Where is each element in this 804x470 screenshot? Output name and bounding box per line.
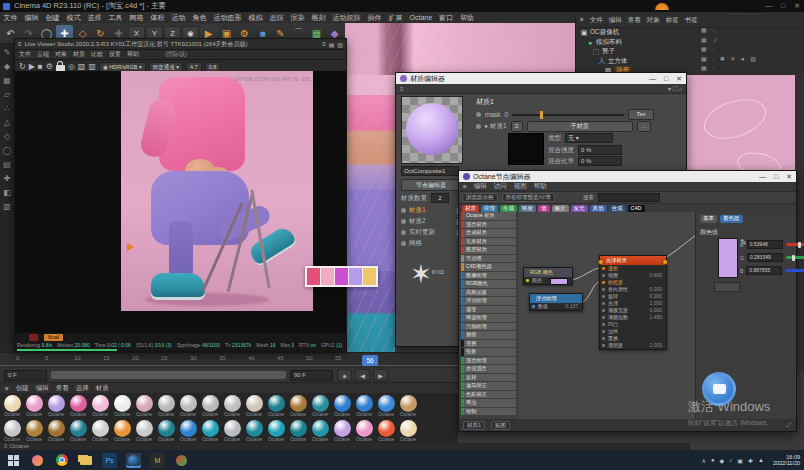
node-type-伽马校正[interactable]: 伽马校正 bbox=[461, 382, 516, 390]
lv-menu-比较[interactable]: 比较 bbox=[91, 50, 103, 59]
channel-value[interactable]: 0.53948 bbox=[747, 240, 783, 249]
taskbar-start-icon[interactable] bbox=[6, 453, 21, 468]
glossy-row-漫射[interactable]: 漫射 bbox=[600, 265, 666, 272]
material-thumbnail[interactable]: Octane bbox=[68, 419, 88, 443]
menu-网格[interactable]: 网格 bbox=[126, 12, 147, 23]
start-frame-field[interactable]: 0 F bbox=[4, 370, 47, 381]
object-row-立方体[interactable]: 人立方体▦ : ✖ ✕ ● ▧ bbox=[576, 57, 804, 67]
menu-Octane[interactable]: Octane bbox=[406, 12, 436, 23]
taskbar-marvelous-icon[interactable]: M bbox=[150, 453, 165, 468]
end-frame-field[interactable]: 90 F bbox=[290, 370, 333, 381]
model-mode-icon[interactable]: ◆ bbox=[2, 61, 13, 72]
material-thumbnail[interactable]: Octane bbox=[200, 394, 220, 418]
object-tags[interactable]: ▦ : bbox=[701, 26, 716, 33]
menu-模拟[interactable]: 模拟 bbox=[245, 12, 266, 23]
pin-dot[interactable] bbox=[602, 288, 605, 291]
maximize-button[interactable]: □ bbox=[781, 0, 785, 12]
node-type-侧面[interactable]: 侧面 bbox=[461, 331, 516, 339]
material-thumbnail[interactable]: Octane bbox=[222, 419, 242, 443]
node-type-污垢纹理[interactable]: 污垢纹理 bbox=[461, 323, 516, 331]
node-type-图像纹理[interactable]: 图像纹理 bbox=[461, 272, 516, 280]
menu-运动[interactable]: 运动 bbox=[168, 12, 189, 23]
taskbar-folder-icon[interactable] bbox=[78, 453, 93, 468]
exposure-field[interactable]: 4.7 bbox=[186, 62, 202, 72]
lv-menu-材质[interactable]: 材质 bbox=[73, 50, 85, 59]
transport-button-1[interactable]: ◀ bbox=[355, 369, 370, 381]
stop-icon[interactable]: ■ bbox=[38, 62, 43, 71]
ne-menu-帮助[interactable]: 帮助 bbox=[534, 182, 547, 191]
menu-角色[interactable]: 角色 bbox=[189, 12, 210, 23]
channel-slider[interactable] bbox=[786, 243, 804, 246]
material-thumbnail[interactable]: Octane bbox=[2, 394, 22, 418]
node-type-变换[interactable]: 变换 bbox=[461, 340, 516, 348]
glossy-row-各向异性[interactable]: 各向异性0.000 bbox=[600, 286, 666, 293]
channel-value[interactable]: 0.283349 bbox=[747, 253, 783, 262]
transport-button-2[interactable]: ▶ bbox=[373, 369, 388, 381]
props-color-swatch[interactable] bbox=[718, 238, 738, 278]
material-thumbnail[interactable]: Octane bbox=[376, 394, 396, 418]
close-button[interactable]: ✕ bbox=[786, 173, 792, 181]
layer-row-网格[interactable]: 网格□ bbox=[401, 239, 463, 248]
refresh-icon[interactable]: ↻ bbox=[19, 62, 26, 71]
workplane-icon[interactable]: ▱ bbox=[2, 89, 13, 100]
ne-toolbar-button-1[interactable]: 所有纹理预览/计算 bbox=[502, 193, 556, 202]
minimize-button[interactable]: — bbox=[765, 0, 772, 12]
material-thumbnail[interactable]: Octane bbox=[398, 394, 418, 418]
tray-icon-2[interactable]: ◆ bbox=[720, 457, 725, 464]
lv-title-icon-1[interactable]: ▤ bbox=[329, 41, 335, 48]
channel-slider[interactable] bbox=[786, 256, 804, 259]
cloud-app-floating-badge[interactable] bbox=[702, 372, 736, 406]
material-thumbnail[interactable]: Octane bbox=[244, 419, 264, 443]
object-tags[interactable]: ▦ : bbox=[701, 45, 716, 52]
menu-编辑[interactable]: 编辑 bbox=[21, 12, 42, 23]
minimize-button[interactable]: — bbox=[649, 75, 656, 83]
material-thumbnail[interactable]: Octane bbox=[310, 419, 330, 443]
object-row-OC摄像机[interactable]: ▣OC摄像机▦ : bbox=[576, 28, 804, 38]
open-node-editor-button[interactable]: 节点编辑器 bbox=[401, 179, 461, 191]
focus-picker-icon[interactable]: ◎ bbox=[68, 62, 75, 71]
taskbar-clock[interactable]: 16:092022/11/20 bbox=[773, 454, 800, 467]
om-menu-标签[interactable]: 标签 bbox=[666, 16, 679, 25]
composite-name-field[interactable]: OctComposite1 bbox=[401, 166, 459, 176]
search-input[interactable] bbox=[598, 193, 660, 202]
taskbar-app-red-icon[interactable] bbox=[174, 453, 189, 468]
node-type-节点组[interactable]: 节点组 bbox=[461, 255, 516, 263]
material-thumbnail[interactable]: Octane bbox=[376, 419, 396, 443]
mask-slider[interactable] bbox=[512, 114, 624, 116]
node-type-混合材质[interactable]: 混合材质 bbox=[461, 221, 516, 229]
material-count-value[interactable]: 2 bbox=[431, 193, 449, 203]
menu-插件[interactable]: 插件 bbox=[364, 12, 385, 23]
region-render-icon[interactable]: ▧ bbox=[78, 62, 86, 71]
rendered-image[interactable]: 890*896 ZOOM %80 PAN 78,-182 bbox=[121, 71, 313, 311]
glossy-row-凹凸[interactable]: 凹凸 bbox=[600, 321, 666, 328]
material-thumbnail[interactable]: Octane bbox=[178, 394, 198, 418]
texture-button[interactable]: Tex bbox=[628, 109, 654, 120]
hdr-srgb-dropdown[interactable]: ◉ HDR/sRGB ▾ bbox=[99, 62, 146, 72]
material-thumbnail[interactable]: Octane bbox=[222, 394, 242, 418]
field-value[interactable]: 0 % bbox=[578, 156, 622, 166]
object-tags[interactable]: ▦ ノ bbox=[701, 36, 720, 45]
hamburger-icon[interactable]: ≡ bbox=[5, 385, 9, 392]
taskbar-c4d-active-icon[interactable] bbox=[126, 453, 141, 468]
material-thumbnail[interactable]: Octane bbox=[46, 394, 66, 418]
props-tab-着色器[interactable]: 着色器 bbox=[720, 215, 743, 223]
object-row-凳子[interactable]: ⬚凳子▦ : bbox=[576, 47, 804, 57]
material-thumbnail[interactable]: Octane bbox=[398, 419, 418, 443]
pin-dot[interactable] bbox=[602, 267, 605, 270]
type-dropdown[interactable]: 无 ▾ bbox=[565, 133, 613, 143]
material-thumbnail[interactable]: Octane bbox=[156, 419, 176, 443]
material-thumbnail[interactable]: Octane bbox=[354, 394, 374, 418]
fit-view-icon[interactable]: ⤢ bbox=[786, 422, 791, 429]
footer-material-chip[interactable]: 材质1 bbox=[463, 421, 485, 430]
field-value[interactable]: 0 % bbox=[578, 145, 622, 155]
snap-icon[interactable]: ✚ bbox=[2, 173, 13, 184]
node-graph-canvas[interactable]: RGB 颜色 颜色 浮点纹理 数值 0.137 光泽材质 bbox=[518, 212, 695, 419]
glossy-row-法线[interactable]: 法线 bbox=[600, 328, 666, 335]
material-thumbnail[interactable]: Octane bbox=[24, 394, 44, 418]
om-menu-编辑[interactable]: 编辑 bbox=[609, 16, 622, 25]
material-thumbnail[interactable]: Octane bbox=[90, 419, 110, 443]
edges-mode-icon[interactable]: △ bbox=[2, 117, 13, 128]
menu-模式[interactable]: 模式 bbox=[63, 12, 84, 23]
mat-menu-创建[interactable]: 创建 bbox=[16, 384, 29, 393]
menu-渲染[interactable]: 渲染 bbox=[287, 12, 308, 23]
